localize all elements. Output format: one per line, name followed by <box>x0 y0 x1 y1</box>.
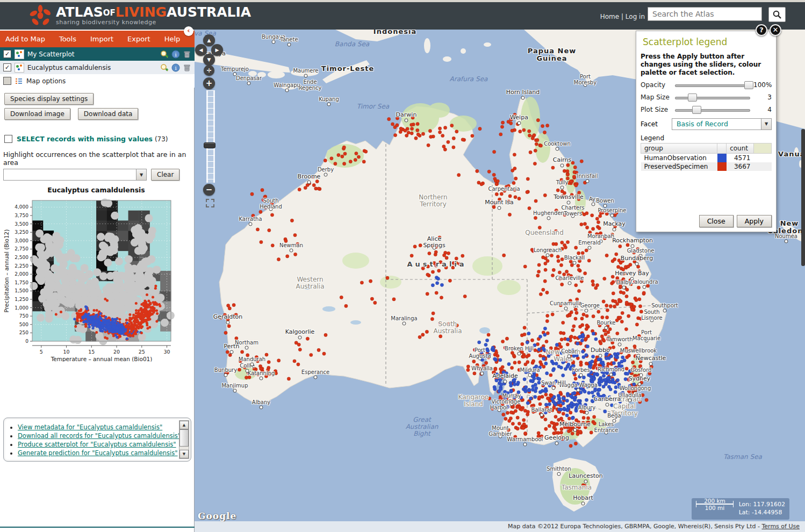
layer-row-my-scatterplot[interactable]: ✓ My Scatterplot i <box>0 47 195 61</box>
select-missing-row: SELECT records with missing values (73) <box>4 135 194 143</box>
svg-text:2,250: 2,250 <box>15 263 28 269</box>
app-header: ATLASOFLIVINGAUSTRALIA sharing biodivers… <box>0 2 805 30</box>
species-link[interactable]: Produce scatterplot for "Eucalyptus cama… <box>18 441 176 448</box>
links-scrollbar[interactable]: ▲ ▼ <box>179 420 189 459</box>
latitude-readout: Lat: -14.44958 <box>739 508 785 516</box>
map-options-list-icon <box>15 77 23 85</box>
zoom-out-button[interactable]: − <box>203 184 215 196</box>
svg-text:500: 500 <box>19 322 28 327</box>
layer-info-icon[interactable]: i <box>171 63 180 72</box>
map-size-slider-row: Map Size 3 <box>641 93 772 102</box>
opacity-slider-thumb[interactable] <box>744 81 753 89</box>
legend-row-preserved-specimen[interactable]: PreservedSpecimen3667 <box>641 162 772 171</box>
svg-text:3,250: 3,250 <box>15 229 28 235</box>
scatterplot-chart: Eucalyptus camaldulensis 02505007501,000… <box>2 186 190 363</box>
legend-row-human-observation[interactable]: HumanObservation4571 <box>641 154 772 163</box>
zoom-slider-track[interactable] <box>206 90 215 183</box>
download-image-button[interactable]: Download image <box>4 108 70 120</box>
home-login-links[interactable]: Home | Log in <box>600 13 645 20</box>
pan-right-button[interactable]: ▶ <box>211 44 223 56</box>
zoom-to-layer-icon[interactable] <box>160 50 169 59</box>
map-size-slider-track[interactable] <box>675 97 750 99</box>
chevron-down-icon[interactable]: ▼ <box>136 169 146 180</box>
plot-size-label: Plot Size <box>641 106 672 113</box>
facet-label: Facet <box>641 120 672 128</box>
area-select-tool-icon[interactable] <box>206 199 214 207</box>
map-size-label: Map Size <box>641 94 672 101</box>
google-logo[interactable]: Google <box>198 511 236 521</box>
layer-label[interactable]: Map options <box>26 77 191 85</box>
svg-text:1,000: 1,000 <box>15 305 28 311</box>
scroll-down-arrow[interactable]: ▼ <box>179 450 189 458</box>
svg-text:Precipitation – annual (Bio12): Precipitation – annual (Bio12) <box>3 229 10 313</box>
panel-help-button[interactable]: ? <box>756 24 767 36</box>
delete-layer-icon[interactable] <box>183 63 191 72</box>
species-link[interactable]: Download all records for "Eucalyptus cam… <box>18 432 181 440</box>
pan-up-button[interactable]: ▲ <box>203 34 215 46</box>
species-link-item: Produce scatterplot for "Eucalyptus cama… <box>18 441 191 448</box>
count-column-header[interactable]: count <box>727 143 754 154</box>
scatterplot-canvas[interactable]: 02505007501,0001,2501,5001,7502,0002,250… <box>2 195 190 362</box>
select-missing-checkbox[interactable] <box>4 135 12 143</box>
svg-text:1,250: 1,250 <box>15 297 28 302</box>
svg-text:30: 30 <box>163 349 170 355</box>
layer-label[interactable]: Eucalyptus camaldulensis <box>27 64 157 71</box>
plot-size-slider-thumb[interactable] <box>692 106 701 114</box>
area-select[interactable]: ▼ <box>3 169 147 181</box>
panel-close-button[interactable]: ✕ <box>770 24 781 36</box>
scroll-thumb[interactable] <box>179 429 189 447</box>
menu-help[interactable]: Help <box>164 35 181 43</box>
pan-down-button[interactable]: ▼ <box>203 54 215 66</box>
zoom-to-layer-icon[interactable] <box>160 63 169 72</box>
species-link[interactable]: Generate prediction for "Eucalyptus cama… <box>18 449 178 457</box>
map-right-scrollbar[interactable] <box>801 129 805 266</box>
layer-info-icon[interactable]: i <box>171 50 180 59</box>
map-center-button[interactable]: ✛ <box>204 65 214 76</box>
svg-text:25: 25 <box>139 349 145 355</box>
species-display-settings-button[interactable]: Species display settings <box>4 93 94 105</box>
layer-row-eucalyptus[interactable]: ✓ Eucalyptus camaldulensis i <box>0 61 195 74</box>
map-coordinates-box: 200 km 100 mi Lon: 117.91602 Lat: -14.44… <box>692 498 789 520</box>
layer-label[interactable]: My Scatterplot <box>27 51 157 58</box>
svg-text:i: i <box>175 65 176 71</box>
chevron-down-icon[interactable]: ▼ <box>761 119 771 130</box>
plot-size-slider-track[interactable] <box>675 109 750 112</box>
layer-checkbox[interactable]: ✓ <box>3 50 11 58</box>
svg-text:4,000: 4,000 <box>15 204 28 210</box>
plot-size-value: 4 <box>753 106 772 113</box>
zoom-in-button[interactable]: + <box>203 77 215 89</box>
species-link[interactable]: View metadata for "Eucalyptus camaldulen… <box>18 423 162 431</box>
collapse-sidebar-button[interactable]: ‹ <box>184 26 193 36</box>
menu-tools[interactable]: Tools <box>59 35 76 43</box>
group-column-header[interactable]: group <box>641 143 717 154</box>
menu-import[interactable]: Import <box>90 35 113 43</box>
download-data-button[interactable]: Download data <box>78 108 139 120</box>
svg-text:2,500: 2,500 <box>15 255 28 260</box>
clear-area-button[interactable]: Clear <box>151 169 179 181</box>
scatterplot-legend-panel: Scatterplot legend Press the Apply butto… <box>636 31 777 232</box>
scroll-up-arrow[interactable]: ▲ <box>179 421 189 429</box>
facet-select[interactable]: Basis of Record▼ <box>672 118 772 130</box>
chart-title: Eucalyptus camaldulensis <box>2 186 190 194</box>
delete-layer-icon[interactable] <box>183 50 191 59</box>
opacity-slider-track[interactable] <box>675 84 750 87</box>
ala-logo-icon <box>29 4 52 27</box>
layer-row-map-options[interactable]: Map options <box>0 74 195 88</box>
ala-logo[interactable]: ATLASOFLIVINGAUSTRALIA sharing biodivers… <box>29 4 251 27</box>
menu-add-to-map[interactable]: Add to Map <box>5 35 45 43</box>
opacity-label: Opacity <box>641 81 672 89</box>
layer-checkbox[interactable] <box>3 77 11 85</box>
zoom-slider-thumb[interactable] <box>204 142 215 148</box>
terms-of-use-link[interactable]: Terms of Use <box>761 523 800 530</box>
close-button[interactable]: Close <box>699 215 734 227</box>
layer-checkbox[interactable]: ✓ <box>3 63 11 71</box>
search-button[interactable] <box>768 7 786 22</box>
search-input[interactable] <box>648 7 762 21</box>
pan-left-button[interactable]: ◀ <box>195 44 207 56</box>
menu-export[interactable]: Export <box>127 35 150 43</box>
map-size-slider-thumb[interactable] <box>688 94 697 102</box>
layers-list: ✓ My Scatterplot i ✓ Eucalyptus camaldul… <box>0 47 195 88</box>
select-missing-count: (73) <box>155 135 168 143</box>
apply-button[interactable]: Apply <box>737 215 772 227</box>
highlight-area-label: Highlight occurrences on the scatterplot… <box>3 150 194 167</box>
